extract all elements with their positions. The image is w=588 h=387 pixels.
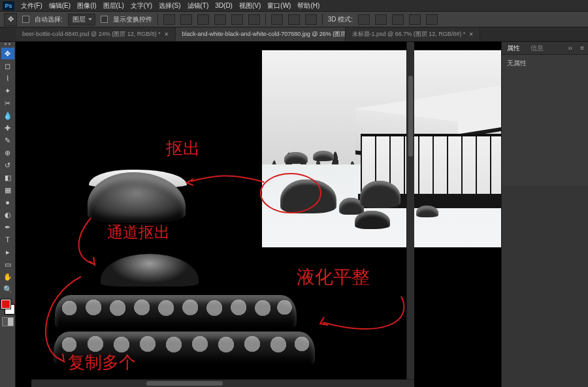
right-panel-dock: 属性 信息 ›› ≡ 无属性 — [501, 42, 588, 387]
move-tool[interactable]: ✥ — [1, 48, 14, 59]
healing-brush-tool[interactable]: ✚ — [1, 122, 14, 134]
separator — [157, 14, 158, 25]
lasso-tool[interactable]: ⌇ — [1, 72, 14, 84]
document-tab-title: beer-bottle-cold-8840.psd @ 24% (图层 12, … — [22, 30, 161, 39]
app-logo: Ps — [3, 1, 14, 10]
document-tab[interactable]: black-and-white-black-and-white-cold-707… — [176, 27, 346, 41]
path-select-tool[interactable]: ▸ — [1, 246, 14, 258]
mode-3d-label: 3D 模式: — [328, 15, 353, 24]
gradient-tool[interactable]: ▦ — [1, 184, 14, 196]
photo-rock — [313, 151, 334, 161]
auto-select-label: 自动选择: — [35, 15, 63, 24]
color-swatches[interactable] — [1, 300, 14, 314]
menu-view[interactable]: 视图(V) — [239, 1, 261, 10]
quick-mask-toggle[interactable] — [2, 317, 14, 326]
crop-tool[interactable]: ✂ — [1, 97, 14, 109]
close-icon[interactable]: × — [469, 31, 473, 38]
tools-grip[interactable] — [1, 43, 14, 47]
menu-image[interactable]: 图像(I) — [77, 1, 96, 10]
align-center-v-button[interactable] — [231, 14, 243, 25]
mode-3d-btn-5[interactable] — [426, 14, 438, 25]
annotation-text: 通道抠出 — [107, 224, 170, 241]
show-transform-label: 显示变换控件 — [113, 15, 152, 24]
current-tool-icon[interactable]: ✥ — [4, 13, 17, 26]
options-bar: ✥ 自动选择: 图层 显示变换控件 3D 模式: — [0, 12, 588, 27]
document-tab[interactable]: 未标题-1.psd @ 66.7% (图层 12, RGB/8#) * × — [346, 27, 481, 41]
scrollbar-thumb[interactable] — [146, 381, 223, 386]
distribute-button-2[interactable] — [288, 14, 300, 25]
hand-tool[interactable]: ✋ — [1, 271, 14, 283]
document-tab-title: black-and-white-black-and-white-cold-707… — [182, 30, 346, 39]
blur-tool[interactable]: ● — [1, 196, 14, 208]
canvas[interactable]: 抠出 通道抠出 复制多个 液化平整 — [16, 42, 501, 387]
menu-edit[interactable]: 编辑(E) — [49, 1, 71, 10]
shape-tool[interactable]: ▭ — [1, 258, 14, 270]
mode-3d-btn-4[interactable] — [409, 14, 421, 25]
marquee-tool[interactable]: ◻ — [1, 60, 14, 72]
show-transform-checkbox[interactable] — [101, 16, 108, 23]
menu-select[interactable]: 选择(S) — [159, 1, 180, 10]
foreground-color-swatch[interactable] — [1, 300, 10, 309]
annotation-text: 抠出 — [165, 139, 200, 158]
auto-select-checkbox[interactable] — [22, 16, 29, 23]
brush-tool[interactable]: ✎ — [1, 134, 14, 146]
eyedropper-tool[interactable]: 💧 — [1, 110, 14, 121]
align-center-h-button[interactable] — [180, 14, 192, 25]
menu-help[interactable]: 帮助(H) — [297, 1, 319, 10]
separator — [322, 14, 323, 25]
menu-type[interactable]: 文字(Y) — [131, 1, 152, 10]
tab-info[interactable]: 信息 — [525, 44, 549, 53]
properties-panel-body: 无属性 — [502, 55, 588, 185]
menu-file[interactable]: 文件(F) — [21, 1, 42, 10]
small-hill[interactable] — [101, 254, 199, 286]
panel-menu-icon[interactable]: ≡ — [576, 44, 588, 52]
menu-window[interactable]: 窗口(W) — [267, 1, 291, 10]
workspace: ✥ ◻ ⌇ ✦ ✂ 💧 ✚ ✎ ⊕ ↺ ◧ ▦ ● ◐ ✒ T ▸ ▭ ✋ 🔍 — [0, 42, 588, 387]
dodge-tool[interactable]: ◐ — [1, 209, 14, 221]
ridge-strip[interactable] — [55, 295, 297, 328]
scrollbar-thumb[interactable] — [408, 76, 413, 157]
pen-tool[interactable]: ✒ — [1, 221, 14, 233]
photo-rock — [360, 181, 400, 208]
distribute-button-1[interactable] — [271, 14, 283, 25]
type-tool[interactable]: T — [1, 234, 14, 245]
mode-3d-btn-2[interactable] — [375, 14, 387, 25]
tools-panel: ✥ ◻ ⌇ ✦ ✂ 💧 ✚ ✎ ⊕ ↺ ◧ ▦ ● ◐ ✒ T ▸ ▭ ✋ 🔍 — [0, 42, 16, 387]
document-tab[interactable]: beer-bottle-cold-8840.psd @ 24% (图层 12, … — [16, 27, 176, 41]
zoom-tool[interactable]: 🔍 — [1, 283, 14, 295]
tab-properties[interactable]: 属性 — [502, 44, 525, 53]
panel-collapse-icon[interactable]: ›› — [564, 44, 576, 52]
mode-3d-btn-3[interactable] — [392, 14, 404, 25]
clone-stamp-tool[interactable]: ⊕ — [1, 147, 14, 159]
auto-select-dropdown[interactable]: 图层 — [68, 14, 95, 25]
menu-layer[interactable]: 图层(L) — [103, 1, 124, 10]
document-tab-strip: beer-bottle-cold-8840.psd @ 24% (图层 12, … — [0, 27, 588, 42]
align-top-button[interactable] — [214, 14, 226, 25]
magic-wand-tool[interactable]: ✦ — [1, 85, 14, 97]
placed-image[interactable] — [262, 50, 501, 247]
horizontal-scrollbar[interactable] — [31, 379, 414, 387]
align-right-button[interactable] — [197, 14, 209, 25]
photo-rock — [416, 206, 438, 217]
panel-empty-area — [502, 185, 588, 387]
properties-empty-text: 无属性 — [507, 59, 527, 67]
vertical-scrollbar[interactable] — [406, 42, 414, 379]
menu-filter[interactable]: 滤镜(T) — [188, 1, 209, 10]
eraser-tool[interactable]: ◧ — [1, 172, 14, 183]
separator — [265, 14, 266, 25]
properties-panel: 属性 信息 ›› ≡ 无属性 — [502, 42, 588, 185]
close-icon[interactable]: × — [165, 31, 169, 38]
menu-3d[interactable]: 3D(D) — [215, 2, 233, 9]
history-brush-tool[interactable]: ↺ — [1, 159, 14, 171]
document-tab-title: 未标题-1.psd @ 66.7% (图层 12, RGB/8#) * — [352, 30, 466, 39]
ridge-strip[interactable] — [54, 332, 315, 364]
photo-rock — [355, 211, 390, 229]
distribute-button-3[interactable] — [305, 14, 317, 25]
panel-tab-strip: 属性 信息 ›› ≡ — [502, 42, 588, 55]
menu-bar: Ps 文件(F) 编辑(E) 图像(I) 图层(L) 文字(Y) 选择(S) 滤… — [0, 0, 588, 12]
photo-rock — [284, 152, 308, 164]
annotation-text: 液化平整 — [297, 267, 370, 287]
mode-3d-btn-1[interactable] — [358, 14, 370, 25]
align-left-button[interactable] — [163, 14, 175, 25]
align-bottom-button[interactable] — [248, 14, 260, 25]
